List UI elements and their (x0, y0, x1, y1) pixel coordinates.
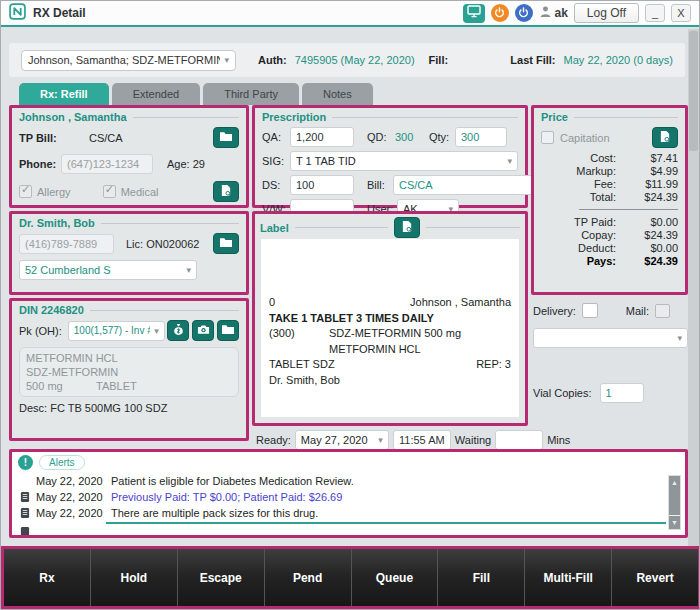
label-generic: METFORMIN HCL (329, 342, 511, 358)
vial-copies-label: Vial Copies: (533, 387, 592, 399)
mail-checkbox[interactable] (655, 304, 670, 318)
qty-input[interactable] (455, 127, 507, 147)
last-fill-label: Last Fill: (510, 54, 555, 66)
alerts-scrollbar[interactable]: ▲ ▼ (668, 475, 681, 530)
minimize-button[interactable]: _ (645, 4, 665, 22)
markup-label: Markup: (541, 165, 626, 177)
close-button[interactable]: X (671, 4, 691, 22)
scroll-up-icon[interactable]: ▲ (669, 476, 680, 489)
price-info-button[interactable] (167, 320, 189, 341)
delivery-checkbox[interactable] (582, 303, 598, 318)
report-icon (220, 184, 232, 199)
pend-button[interactable]: Pend (265, 549, 352, 606)
waiting-input[interactable] (495, 430, 543, 450)
scrollbar-thumb[interactable] (669, 489, 680, 515)
log-off-button[interactable]: Log Off (574, 3, 639, 23)
ready-time-input[interactable]: 11:55 AM (393, 430, 451, 450)
label-panel: Label 0 Johnson , Samantha TAKE 1 TABLET… (252, 211, 528, 426)
capitation-checkbox[interactable] (541, 131, 554, 144)
drug-folder-button[interactable] (217, 320, 239, 341)
doctor-address-select[interactable]: 52 Cumberland S ▾ (19, 260, 197, 280)
medical-checkbox[interactable]: ✓ (103, 185, 116, 198)
revert-button[interactable]: Revert (612, 549, 698, 606)
user-icon (539, 5, 552, 21)
window-scrollbar-thumb[interactable] (689, 31, 698, 151)
ready-label: Ready: (256, 434, 291, 446)
power-orange-button[interactable] (491, 4, 509, 22)
patient-folder-button[interactable] (213, 127, 239, 148)
qa-input[interactable] (290, 127, 354, 147)
ready-date-value: May 27, 2020 (301, 434, 374, 446)
price-report-button[interactable] (652, 127, 678, 148)
doctor-panel: Dr. Smith, Bob Lic: ON020062 52 Cumberla… (9, 211, 249, 295)
delivery-label: Delivery: (533, 305, 576, 317)
price-divider (579, 209, 678, 210)
camera-icon (197, 324, 210, 337)
escape-button[interactable]: Escape (178, 549, 265, 606)
doctor-phone-input[interactable] (19, 234, 114, 254)
document-icon (18, 491, 31, 503)
report-icon (401, 220, 413, 235)
tab-notes[interactable]: Notes (302, 83, 373, 105)
fill-button[interactable]: Fill (438, 549, 525, 606)
last-fill-value: May 22, 2020 (0 days) (564, 54, 673, 66)
alert-row[interactable] (18, 524, 679, 538)
delivery-route-select[interactable]: ▾ (533, 328, 688, 348)
label-qty: (300) (269, 326, 315, 342)
window-scrollbar[interactable] (688, 29, 699, 546)
patient-phone-input[interactable] (61, 154, 153, 174)
doctor-folder-button[interactable] (213, 233, 239, 254)
queue-button[interactable]: Queue (352, 549, 439, 606)
rx-button[interactable]: Rx (4, 549, 91, 606)
label-report-button[interactable] (394, 217, 420, 238)
qd-label: QD: (367, 131, 395, 143)
monitor-icon (467, 4, 481, 22)
total-value: $24.39 (626, 191, 678, 203)
waiting-label: Waiting (455, 434, 491, 446)
doctor-panel-title: Dr. Smith, Bob (19, 217, 239, 229)
din-panel-title: DIN 2246820 (19, 304, 239, 316)
drug-image-button[interactable] (192, 320, 214, 341)
report-icon (659, 130, 671, 145)
hold-button[interactable]: Hold (91, 549, 178, 606)
remote-session-button[interactable] (463, 4, 485, 23)
sig-label: SIG: (262, 155, 290, 167)
alert-row[interactable]: May 22, 2020 Patient is eligible for Dia… (18, 473, 679, 489)
pays-label: Pays: (541, 255, 626, 267)
bill-input[interactable] (393, 175, 547, 195)
drug-form: TABLET (96, 379, 137, 393)
tab-rx-refill[interactable]: Rx: Refill (19, 83, 109, 105)
chevron-down-icon: ▾ (186, 265, 191, 275)
vial-copies-input[interactable] (600, 383, 644, 403)
chevron-down-icon: ▾ (677, 333, 682, 343)
patient-rx-select[interactable]: Johnson, Samantha; SDZ-METFORMIN (DIN ▾ (21, 50, 236, 71)
cost-value: $7.41 (626, 152, 678, 164)
multi-fill-button[interactable]: Multi-Fill (525, 549, 612, 606)
ready-date-select[interactable]: May 27, 2020 ▾ (295, 430, 389, 450)
chevron-down-icon: ▾ (378, 435, 383, 445)
tab-third-party[interactable]: Third Party (203, 83, 299, 105)
alert-row[interactable]: May 22, 2020 Previously Paid: TP $0.00; … (18, 489, 679, 505)
deduct-label: Deduct: (541, 242, 626, 254)
pack-size-select[interactable]: 100(1,577) - Inv # ▾ (68, 321, 165, 341)
sig-select[interactable]: T 1 TAB TID ▾ (290, 151, 518, 171)
alert-row[interactable]: May 22, 2020 There are multiple pack siz… (18, 505, 679, 521)
tab-extended[interactable]: Extended (112, 83, 200, 105)
alert-text: There are multiple pack sizes for this d… (111, 507, 318, 519)
label-pack: TABLET SDZ (269, 357, 335, 373)
current-user[interactable]: ak (539, 5, 568, 21)
chevron-down-icon: ▾ (154, 326, 159, 336)
scroll-down-icon[interactable]: ▼ (669, 516, 680, 529)
auth-label: Auth: (258, 54, 287, 66)
fill-label: Fill: (429, 54, 449, 66)
power-blue-button[interactable] (515, 4, 533, 22)
allergy-checkbox[interactable]: ✓ (19, 185, 32, 198)
patient-report-button[interactable] (213, 181, 239, 202)
mins-label: Mins (547, 434, 570, 446)
ds-input[interactable] (290, 175, 354, 195)
phone-label: Phone: (19, 158, 61, 170)
alerts-panel: ! Alerts May 22, 2020 Patient is eligibl… (9, 449, 688, 538)
alerts-badge[interactable]: Alerts (39, 455, 85, 470)
folder-icon (219, 237, 233, 250)
patient-panel: Johnson , Samantha TP Bill: CS/CA Phone:… (9, 105, 249, 208)
